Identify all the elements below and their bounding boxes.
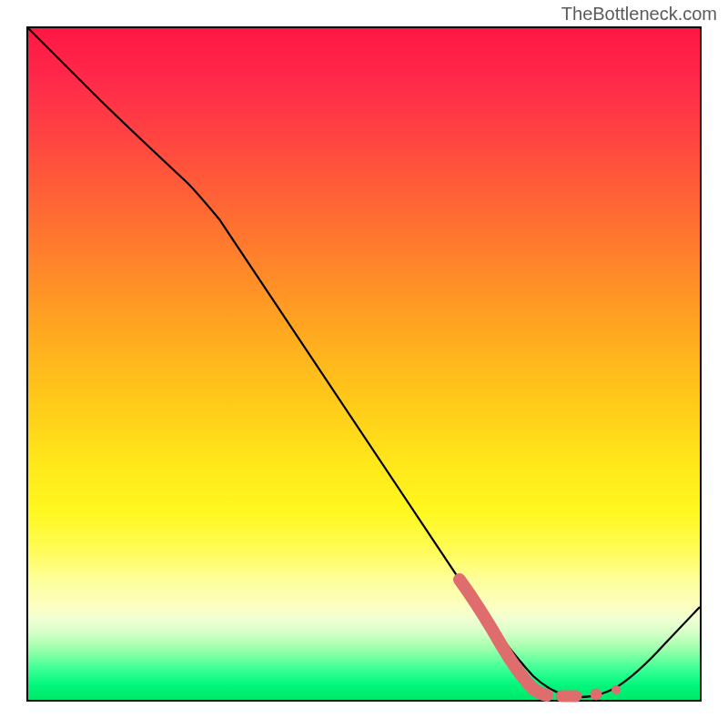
svg-point-0 (591, 689, 602, 701)
watermark-text: TheBottleneck.com (561, 4, 717, 25)
svg-point-1 (612, 685, 621, 694)
chart-svg (28, 28, 700, 700)
chart-frame (26, 26, 702, 702)
performance-curve-line (28, 28, 700, 697)
